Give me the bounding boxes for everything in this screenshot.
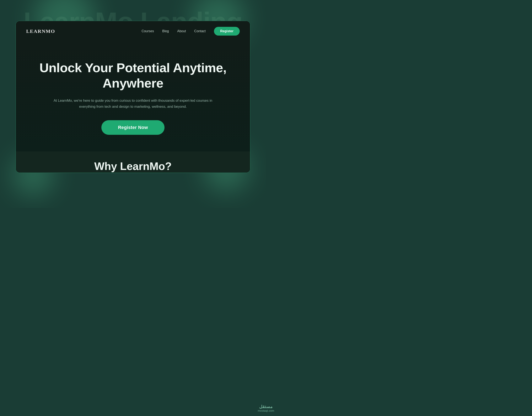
main-card: LEARNMO Courses Blog About Contact Regis…	[16, 21, 250, 173]
register-button[interactable]: Register	[214, 27, 240, 36]
why-section: Why LearnMo?	[16, 151, 250, 173]
why-title: Why LearnMo?	[32, 160, 234, 173]
nav-blog[interactable]: Blog	[162, 29, 169, 33]
navbar: LEARNMO Courses Blog About Contact Regis…	[16, 21, 250, 41]
hero-cta-button[interactable]: Register Now	[101, 120, 164, 135]
hero-title: Unlock Your Potential Anytime, Anywhere	[32, 60, 234, 91]
nav-contact[interactable]: Contact	[194, 29, 206, 33]
nav-links: Courses Blog About Contact Register	[142, 27, 240, 36]
hero-subtitle: At LearnMo, we're here to guide you from…	[48, 98, 218, 110]
logo: LEARNMO	[26, 29, 55, 34]
hero-section: Unlock Your Potential Anytime, Anywhere …	[16, 41, 250, 151]
nav-about[interactable]: About	[177, 29, 186, 33]
nav-courses[interactable]: Courses	[142, 29, 154, 33]
